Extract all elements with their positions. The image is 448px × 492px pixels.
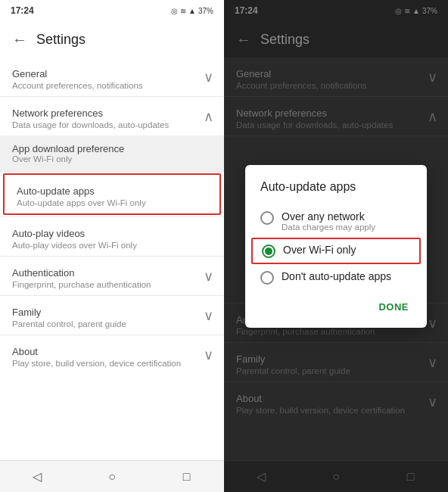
right-phone-panel: 17:24 ◎ ≋ ▲ 37% ← Settings General Accou… (224, 0, 448, 492)
radio-dont-update[interactable] (260, 271, 274, 285)
left-auto-update-subtitle: Auto-update apps over Wi-Fi only (17, 198, 192, 207)
left-signal-icon: ▲ (188, 7, 196, 15)
left-auto-update-highlighted: Auto-update apps Auto-update apps over W… (3, 173, 221, 215)
left-network-title: Network preferences (12, 107, 197, 119)
auto-update-dialog: Auto-update apps Over any network Data c… (245, 165, 427, 328)
left-recent-nav-button[interactable]: □ (176, 466, 198, 488)
left-general-section[interactable]: General Account preferences, notificatio… (0, 58, 224, 96)
left-divider-2 (0, 171, 224, 172)
dialog-option-over-any[interactable]: Over any network Data charges may apply (245, 204, 427, 238)
left-auto-play-title: Auto-play videos (12, 228, 212, 239)
left-back-button[interactable]: ← (6, 26, 33, 53)
dialog-option-any-sublabel: Data charges may apply (282, 223, 375, 232)
left-home-nav-button[interactable]: ○ (101, 466, 123, 488)
left-status-icons: ◎ ≋ ▲ 37% (171, 7, 213, 15)
left-auth-title: Authentication (12, 267, 197, 279)
dialog-option-any-label: Over any network (282, 210, 375, 223)
left-auth-subtitle: Fingerprint, purchase authentication (12, 280, 197, 289)
radio-over-wifi-inner (265, 248, 272, 255)
left-family-section[interactable]: Family Parental control, parent guide ∨ (0, 296, 224, 335)
left-general-chevron: ∨ (204, 69, 213, 86)
dialog-option-dont-update[interactable]: Don't auto-update apps (245, 264, 427, 291)
left-back-nav-button[interactable]: ◁ (26, 466, 48, 488)
left-auto-update-title: Auto-update apps (17, 185, 192, 197)
left-page-title: Settings (36, 32, 86, 48)
left-auto-play-subtitle: Auto-play videos over Wi-Fi only (12, 241, 212, 250)
dialog-title: Auto-update apps (245, 180, 427, 204)
dialog-option-any-text: Over any network Data charges may apply (282, 210, 375, 232)
left-battery-icon: 37% (198, 7, 213, 15)
left-phone-panel: 17:24 ◎ ≋ ▲ 37% ← Settings General Accou… (0, 0, 224, 492)
left-auto-play-section[interactable]: Auto-play videos Auto-play videos over W… (0, 217, 224, 256)
left-family-subtitle: Parental control, parent guide (12, 319, 197, 329)
left-auto-update-section[interactable]: Auto-update apps Auto-update apps over W… (5, 175, 219, 213)
radio-over-any[interactable] (260, 211, 274, 225)
dialog-actions: DONE (245, 291, 427, 322)
left-bottom-nav: ◁ ○ □ (0, 460, 224, 492)
left-about-title: About (12, 346, 197, 357)
dialog-option-dont-text: Don't auto-update apps (282, 270, 391, 282)
dialog-option-over-wifi[interactable]: Over Wi-Fi only (251, 238, 421, 264)
left-wifi-icon: ≋ (180, 7, 186, 15)
dialog-option-wifi-label: Over Wi-Fi only (283, 244, 356, 256)
left-auth-chevron: ∨ (204, 268, 213, 285)
left-about-chevron: ∨ (204, 347, 213, 363)
left-general-subtitle: Account preferences, notifications (12, 81, 197, 90)
left-about-section[interactable]: About Play store, build version, device … (0, 335, 224, 374)
dialog-done-button[interactable]: DONE (372, 297, 415, 317)
dialog-option-dont-label: Don't auto-update apps (282, 270, 391, 282)
left-app-download-title: App download preference (12, 143, 212, 154)
left-auth-section[interactable]: Authentication Fingerprint, purchase aut… (0, 257, 224, 295)
left-network-section[interactable]: Network preferences Data usage for downl… (0, 97, 224, 135)
left-network-expanded: App download preference Over Wi-Fi only (0, 135, 224, 171)
dialog-option-wifi-text: Over Wi-Fi only (283, 244, 356, 256)
left-status-time: 17:24 (11, 5, 34, 16)
left-network-chevron: ∧ (204, 108, 213, 125)
left-app-download-sub: Over Wi-Fi only (12, 154, 212, 163)
dialog-overlay: Auto-update apps Over any network Data c… (224, 0, 448, 492)
left-status-bar: 17:24 ◎ ≋ ▲ 37% (0, 0, 224, 21)
left-about-subtitle: Play store, build version, device certif… (12, 359, 197, 368)
left-general-title: General (12, 68, 197, 79)
left-top-nav: ← Settings (0, 21, 224, 58)
radio-over-wifi[interactable] (262, 244, 275, 258)
left-settings-list: General Account preferences, notificatio… (0, 58, 224, 460)
left-network-subtitle: Data usage for downloads, auto-updates (12, 120, 197, 129)
left-family-title: Family (12, 307, 197, 318)
left-app-download-item[interactable]: App download preference Over Wi-Fi only (0, 135, 224, 171)
left-family-chevron: ∨ (204, 307, 213, 324)
left-eye-icon: ◎ (171, 7, 178, 15)
